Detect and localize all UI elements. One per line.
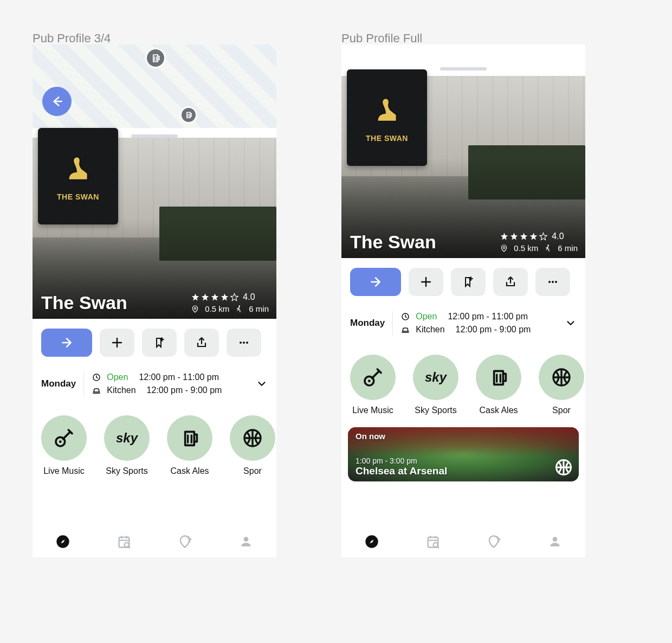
feature-live-music[interactable]: Live Music bbox=[350, 355, 396, 415]
pub-hero-image[interactable]: THE SWAN The Swan 4.0 0.5 km bbox=[341, 76, 585, 258]
action-row bbox=[33, 319, 276, 361]
arrow-right-icon bbox=[369, 275, 383, 289]
opening-hours[interactable]: Monday Open 12:00 pm - 11:00 pm Kitchen … bbox=[341, 300, 585, 344]
star-icon bbox=[201, 293, 210, 302]
expand-hours-button[interactable] bbox=[256, 378, 268, 390]
opening-hours[interactable]: Monday Open 12:00 pm - 11:00 pm Kitchen … bbox=[33, 361, 276, 404]
map-peek[interactable] bbox=[33, 44, 276, 128]
swan-icon bbox=[368, 93, 406, 131]
calendar-search-icon bbox=[117, 534, 132, 549]
directions-button[interactable] bbox=[350, 268, 401, 296]
tab-explore[interactable] bbox=[52, 531, 74, 552]
sheet-grab-handle[interactable] bbox=[440, 67, 487, 70]
star-outline-icon bbox=[230, 293, 239, 302]
more-button[interactable] bbox=[227, 329, 261, 357]
compass-icon bbox=[364, 534, 379, 549]
event-card[interactable]: On now 1:00 pm - 3:00 pm Chelsea at Arse… bbox=[348, 427, 579, 481]
tab-profile[interactable] bbox=[544, 531, 566, 552]
kitchen-icon bbox=[400, 325, 410, 335]
beer-icon bbox=[150, 53, 161, 63]
feature-cask-ales[interactable]: Cask Ales bbox=[476, 355, 521, 415]
share-button[interactable] bbox=[493, 268, 528, 296]
kitchen-label: Kitchen bbox=[416, 325, 444, 335]
tab-checkin[interactable] bbox=[483, 531, 505, 552]
feature-sports[interactable]: Spor bbox=[230, 415, 275, 476]
hours-day: Monday bbox=[41, 378, 76, 389]
map-poi-pin[interactable] bbox=[180, 106, 197, 124]
pub-hero-image[interactable]: THE SWAN The Swan 4.0 0.5 km bbox=[33, 138, 276, 319]
expand-hours-button[interactable] bbox=[565, 317, 577, 329]
pub-sign-text: THE SWAN bbox=[366, 134, 408, 143]
tab-checkin[interactable] bbox=[174, 531, 196, 552]
chevron-down-icon bbox=[256, 378, 268, 390]
checkin-icon bbox=[177, 534, 192, 549]
dots-icon bbox=[237, 336, 250, 349]
share-button[interactable] bbox=[184, 329, 219, 357]
star-icon bbox=[191, 293, 200, 302]
event-badge: On now bbox=[356, 432, 571, 441]
star-icon bbox=[210, 293, 219, 302]
beer-icon bbox=[184, 111, 193, 119]
tab-bar bbox=[33, 526, 276, 557]
feature-label: Cask Ales bbox=[170, 466, 209, 476]
save-button[interactable] bbox=[451, 268, 486, 296]
distance-value: 0.5 km bbox=[205, 304, 229, 313]
pin-icon bbox=[191, 305, 199, 313]
feature-label: Spor bbox=[552, 406, 571, 415]
guitar-icon bbox=[362, 366, 384, 388]
open-hours: 12:00 pm - 11:00 pm bbox=[448, 312, 528, 322]
bookmark-plus-icon bbox=[462, 275, 475, 288]
tab-explore[interactable] bbox=[361, 531, 383, 552]
star-icon bbox=[500, 232, 509, 241]
star-icon bbox=[220, 293, 229, 302]
feature-sports[interactable]: Spor bbox=[539, 355, 584, 415]
person-icon bbox=[239, 535, 253, 549]
feature-chips: Live Music sky Sky Sports Cask Ales Spor bbox=[33, 404, 276, 480]
back-button[interactable] bbox=[42, 87, 72, 116]
event-title: Chelsea at Arsenal bbox=[356, 465, 571, 477]
tab-events[interactable] bbox=[422, 531, 444, 552]
kitchen-hours: 12:00 pm - 9:00 pm bbox=[147, 385, 222, 395]
pub-sign: THE SWAN bbox=[347, 69, 427, 166]
feature-label: Live Music bbox=[352, 406, 393, 415]
feature-sky-sports[interactable]: sky Sky Sports bbox=[413, 355, 458, 415]
feature-sky-sports[interactable]: sky Sky Sports bbox=[104, 415, 150, 476]
screen-label-left: Pub Profile 3/4 bbox=[33, 31, 111, 46]
chevron-down-icon bbox=[565, 317, 577, 329]
screen-pub-profile-3-4: THE SWAN The Swan 4.0 0.5 km bbox=[33, 44, 276, 557]
save-button[interactable] bbox=[142, 329, 177, 357]
plus-icon bbox=[111, 336, 124, 349]
walk-icon bbox=[544, 244, 552, 253]
tab-profile[interactable] bbox=[235, 531, 257, 552]
feature-label: Sky Sports bbox=[415, 406, 456, 415]
divider bbox=[83, 372, 84, 396]
pub-name: The Swan bbox=[350, 232, 436, 253]
arrow-right-icon bbox=[60, 336, 74, 350]
feature-cask-ales[interactable]: Cask Ales bbox=[167, 415, 212, 476]
map-poi-pin[interactable] bbox=[145, 48, 166, 68]
star-icon bbox=[509, 232, 519, 241]
add-button[interactable] bbox=[409, 268, 443, 296]
distance-value: 0.5 km bbox=[514, 243, 538, 253]
add-button[interactable] bbox=[100, 329, 134, 357]
bookmark-plus-icon bbox=[153, 336, 166, 349]
clock-icon bbox=[400, 312, 410, 322]
walk-time-value: 6 min bbox=[249, 304, 269, 313]
divider bbox=[392, 311, 393, 335]
open-status: Open bbox=[107, 372, 128, 382]
share-icon bbox=[195, 336, 208, 349]
rating-stars: 4.0 bbox=[500, 232, 578, 241]
basketball-icon bbox=[551, 366, 572, 388]
more-button[interactable] bbox=[535, 268, 570, 296]
person-icon bbox=[548, 535, 562, 549]
directions-button[interactable] bbox=[41, 329, 92, 357]
share-icon bbox=[504, 275, 517, 288]
feature-label: Live Music bbox=[43, 466, 85, 476]
tab-events[interactable] bbox=[113, 531, 135, 552]
star-outline-icon bbox=[539, 232, 548, 241]
calendar-search-icon bbox=[425, 534, 441, 549]
open-hours: 12:00 pm - 11:00 pm bbox=[139, 372, 219, 382]
feature-chips: Live Music sky Sky Sports Cask Ales Spor bbox=[341, 344, 585, 420]
pub-sign-text: THE SWAN bbox=[57, 192, 99, 201]
feature-live-music[interactable]: Live Music bbox=[41, 415, 87, 476]
